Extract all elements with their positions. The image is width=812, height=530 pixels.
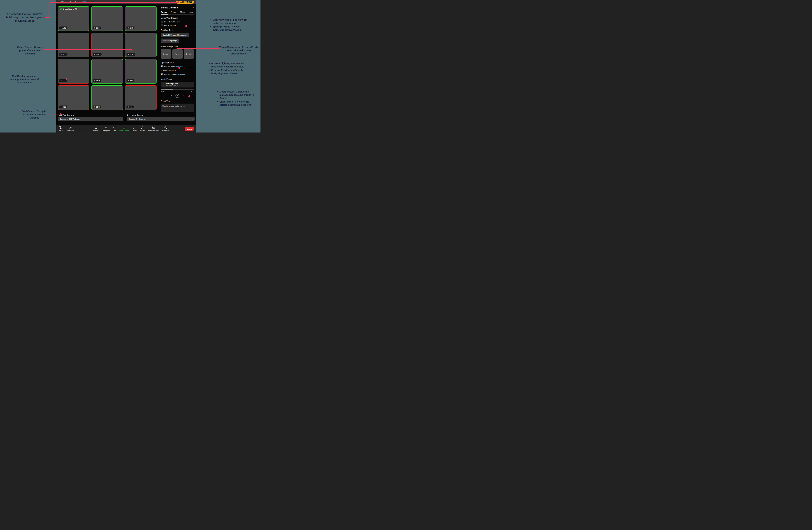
callout-line (38, 79, 67, 79)
video-tile-yza[interactable]: YZA (125, 59, 157, 84)
studio-lighting-option[interactable]: Enable Studio Lighting (161, 65, 194, 67)
chat-button[interactable]: Chat (113, 126, 116, 131)
annotation-bullet: Music Player: Upload and manage backgrou… (217, 90, 256, 100)
video-tile-pqr[interactable]: PQR (125, 33, 157, 57)
security-button[interactable]: Security (93, 126, 99, 131)
annotation-bullet: Posture Feedback - Detects body alignmen… (208, 69, 248, 75)
callout-line (47, 114, 61, 114)
video-tile-mno[interactable]: MNO (91, 33, 123, 57)
video-tile-def[interactable]: DEF (91, 6, 123, 31)
checkbox-label: Enable Mirror View (164, 21, 180, 23)
participants-button[interactable]: Participants (102, 126, 110, 131)
mic-icon (60, 54, 62, 55)
mic-icon (60, 106, 62, 108)
play-button[interactable] (175, 94, 179, 98)
track-subtitle: Uploaded by You (165, 85, 178, 87)
checkbox[interactable] (161, 73, 163, 75)
face-camera-select[interactable]: Camera 1 - HD Webcam ▾ (58, 117, 124, 121)
next-track-button[interactable] (182, 95, 185, 97)
chat-icon (113, 126, 116, 129)
original-sound-label: Original Sound Off (63, 8, 77, 10)
posture-detection-option[interactable]: Enable Posture Detection (161, 73, 194, 75)
start-video-button[interactable]: Start Video (67, 126, 74, 131)
checkbox[interactable] (161, 24, 163, 26)
participant-name: ABC (62, 27, 66, 29)
participant-name-pill: JKL (59, 53, 67, 56)
video-tile-efg[interactable]: EFG (91, 85, 123, 110)
spotlight-participant-button[interactable]: Spotlight Selected Participant (161, 33, 189, 37)
toolbar-label: Share Screen (119, 130, 129, 131)
video-off-icon (69, 126, 72, 129)
mirror-options-title: Mirror View Options (161, 17, 194, 19)
track-title: Morning Flow (165, 82, 178, 85)
zoom-app-window: ID Peserta Rapat Zoom : 127873 ARTIST MO… (56, 0, 196, 132)
annotation-bullet: Portrait Lighting - Enhances focus with … (208, 62, 248, 68)
annotation-line: in Studio Mode (4, 19, 46, 23)
checkbox-label: Flip Horizontal (164, 24, 176, 26)
leave-button[interactable]: Leave (185, 127, 194, 131)
record-button[interactable]: Record (140, 126, 145, 131)
tab-drama[interactable]: Drama (161, 11, 167, 13)
unmute-button[interactable]: Unmute (58, 126, 63, 131)
participant-name: EFG (96, 106, 100, 108)
toolbar-label: Start Video (67, 130, 74, 131)
share-screen-icon (122, 126, 126, 129)
participant-name-pill: EFG (93, 106, 101, 109)
video-tile-stu[interactable]: STU (58, 59, 89, 84)
body-camera-label: Body View Camera (127, 114, 143, 116)
checkbox[interactable] (161, 65, 163, 67)
track-menu-icon[interactable]: ●●● (190, 84, 192, 85)
body-camera-select[interactable]: Camera 2 - External ▾ (127, 117, 194, 121)
music-progress-bar[interactable] (161, 89, 194, 90)
callout-dot (66, 78, 68, 80)
script-textarea[interactable] (161, 103, 194, 112)
annotation-line: detected (16, 52, 44, 55)
participant-name-pill: BCD (59, 106, 68, 109)
total-time: 3:20 (191, 91, 194, 93)
video-tile-bcd[interactable]: BCD (58, 85, 89, 110)
participant-name: STU (62, 80, 66, 82)
background-card-beach[interactable]: Beach (184, 49, 194, 59)
annotation-line: Artist Mode Badge - Always- (4, 12, 46, 16)
mic-icon (128, 27, 129, 29)
annotation-bullet: Mirror My Video - Flip view for better s… (210, 18, 251, 25)
annotation-mirror-spotlight: Mirror My Video - Flip view for better s… (210, 18, 251, 32)
remove-spotlight-button[interactable]: Remove Spotlight (161, 39, 179, 43)
music-player-title: Music Player (161, 78, 194, 80)
background-card-default[interactable]: Default (161, 49, 171, 59)
tab-dance[interactable]: Dance (171, 11, 176, 13)
tab-music[interactable]: Music (180, 11, 185, 13)
share-screen-button[interactable]: Share Screen (119, 126, 129, 131)
video-tile-hij[interactable]: HIJ (125, 85, 157, 110)
panel-title: Studio Controls (161, 6, 178, 9)
callout-dot (130, 49, 132, 51)
video-tile-abc[interactable]: Original Sound Off ABC (58, 6, 89, 31)
annotation-music-script: Music Player: Upload and manage backgrou… (217, 90, 256, 107)
annotation-dual-camera: Dual Camera Setup for accurate movement … (21, 110, 48, 119)
chevron-down-icon: ▾ (192, 118, 193, 120)
participant-name-pill: MNO (93, 53, 102, 56)
checkbox[interactable] (161, 20, 163, 23)
polling-button[interactable]: Polling (132, 126, 136, 131)
video-tile-ghi[interactable]: GHI (125, 6, 157, 31)
mic-icon (128, 80, 129, 82)
mic-icon (94, 106, 96, 108)
participant-name: PQR (130, 53, 133, 55)
annotation-line: accurate movement (21, 113, 48, 116)
background-card-forest[interactable]: Forest (172, 49, 183, 59)
video-tile-jkl[interactable]: JKL (58, 33, 89, 57)
track-card[interactable]: ♫ Morning Flow Uploaded by You ●●● (161, 82, 194, 87)
callout-line (189, 96, 217, 96)
tab-yoga[interactable]: Yoga (189, 11, 193, 13)
previous-track-button[interactable] (170, 95, 173, 97)
participant-name-pill: PQR (127, 53, 135, 56)
close-icon[interactable]: ✕ (192, 6, 194, 9)
body-camera-value: Camera 2 - External (129, 118, 145, 120)
toolbar-label: Breakout Rooms (148, 130, 159, 131)
reactions-button[interactable]: Reactions (162, 126, 169, 131)
participant-name: YZA (130, 80, 133, 82)
mirror-view-option[interactable]: Enable Mirror View (161, 20, 194, 23)
breakout-rooms-button[interactable]: Breakout Rooms (148, 126, 159, 131)
video-grid: Original Sound Off ABC DEF GHI JKL MNO P… (58, 6, 157, 110)
video-tile-vwx[interactable]: VWX (91, 59, 123, 84)
